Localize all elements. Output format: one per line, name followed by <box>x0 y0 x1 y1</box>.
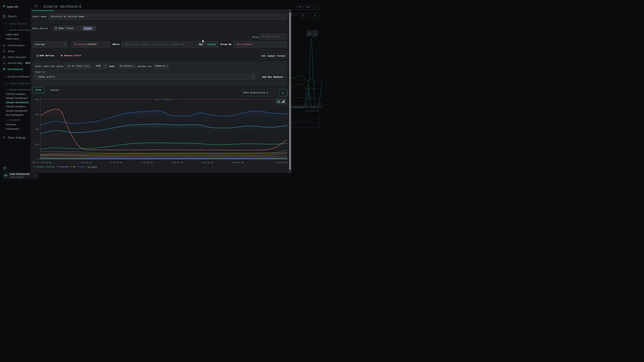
svg-text:800: 800 <box>35 98 39 101</box>
svg-text:600: 600 <box>35 113 39 116</box>
svg-text:10:35:00 AM: 10:35:00 AM <box>306 110 318 112</box>
svg-text:+12 more: +12 more <box>87 166 97 168</box>
svg-text:600: 600 <box>312 36 316 38</box>
svg-text:10:30:00 AM: 10:30:00 AM <box>275 162 288 164</box>
svg-text:Alert Threshold: Alert Threshold <box>154 98 172 101</box>
svg-text:7:00:00 AM: 7:00:00 AM <box>171 162 183 164</box>
svg-text:5:00:00 AM: 5:00:00 AM <box>110 162 122 164</box>
svg-text:8:00:00 AM: 8:00:00 AM <box>202 162 213 164</box>
svg-text:4:00:00 AM: 4:00:00 AM <box>80 162 92 164</box>
svg-text:6:00:00 AM: 6:00:00 AM <box>141 162 152 164</box>
svg-text:shipping: shipping <box>59 166 68 168</box>
svg-text:0: 0 <box>38 158 39 161</box>
svg-text:400: 400 <box>35 128 39 130</box>
svg-text:Nov 6 2:30:00 AM: Nov 6 2:30:00 AM <box>32 162 52 164</box>
svg-text:9:00:00 AM: 9:00:00 AM <box>232 162 244 164</box>
svg-text:product-catalog: product-catalog <box>36 166 54 168</box>
svg-text:ad: ad <box>73 166 75 168</box>
svg-text:email: email <box>80 166 86 168</box>
svg-text:200: 200 <box>35 143 39 146</box>
